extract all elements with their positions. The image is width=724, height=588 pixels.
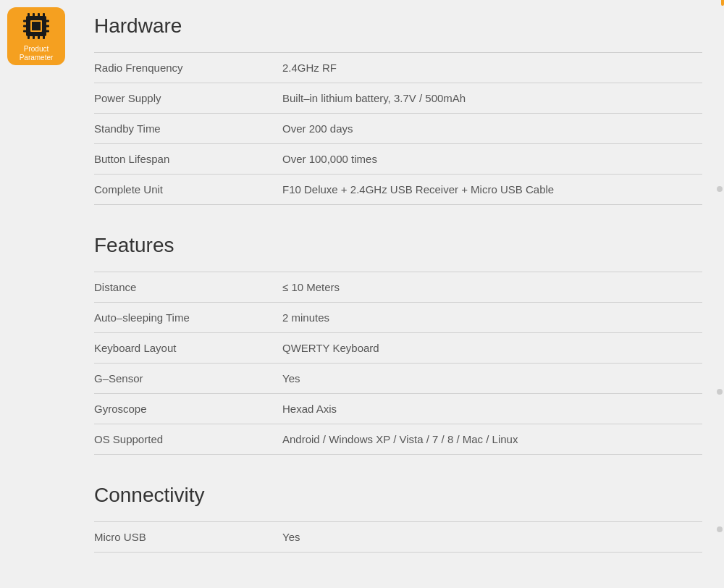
sidebar: Product Parameter [0,0,72,588]
spec-value: ≤ 10 Meters [282,272,702,303]
features-section: Features Distance ≤ 10 Meters Auto–sleep… [94,234,702,455]
spec-label: Gyroscope [94,394,282,424]
connectivity-table: Micro USB Yes [94,521,702,553]
spec-value: 2.4GHz RF [282,53,702,83]
scrollbar-dot-connectivity [717,526,723,532]
spec-label: Button Lifespan [94,144,282,175]
table-row: OS Supported Android / Windows XP / Vist… [94,424,702,455]
table-row: Standby Time Over 200 days [94,114,702,144]
table-row: Complete Unit F10 Deluxe + 2.4GHz USB Re… [94,175,702,205]
spec-value: Yes [282,522,702,553]
hardware-title: Hardware [94,14,702,38]
spec-value: Yes [282,364,702,394]
spec-label: Radio Frenquency [94,53,282,83]
table-row: Micro USB Yes [94,522,702,553]
table-row: Keyboard Layout QWERTY Keyboard [94,333,702,364]
chip-body [26,16,46,36]
table-row: Radio Frenquency 2.4GHz RF [94,53,702,83]
spec-label: G–Sensor [94,364,282,394]
product-parameter-icon: Product Parameter [7,7,65,65]
sidebar-icon-label: Product Parameter [20,45,54,62]
spec-label: Distance [94,272,282,303]
table-row: Gyroscope Hexad Axis [94,394,702,424]
connectivity-section: Connectivity Micro USB Yes [94,484,702,553]
spec-label: Complete Unit [94,175,282,205]
hardware-section: Hardware Radio Frenquency 2.4GHz RF Powe… [94,14,702,205]
table-row: Power Supply Built–in lithium battery, 3… [94,83,702,114]
features-title: Features [94,234,702,257]
table-row: Auto–sleeping Time 2 minutes [94,303,702,333]
scrollbar-dot-features [717,389,723,395]
chip-center [30,20,42,32]
orange-accent-bar [721,0,724,6]
spec-label: Auto–sleeping Time [94,303,282,333]
spec-value: Built–in lithium battery, 3.7V / 500mAh [282,83,702,114]
spec-value: F10 Deluxe + 2.4GHz USB Receiver + Micro… [282,175,702,205]
spec-value: Over 200 days [282,114,702,144]
scrollbar-dot-hardware [717,186,723,192]
spec-value: Over 100,000 times [282,144,702,175]
spec-label: Keyboard Layout [94,333,282,364]
spec-value: 2 minutes [282,303,702,333]
spec-label: Micro USB [94,522,282,553]
spec-value: Android / Windows XP / Vista / 7 / 8 / M… [282,424,702,455]
connectivity-title: Connectivity [94,484,702,507]
hardware-table: Radio Frenquency 2.4GHz RF Power Supply … [94,52,702,205]
spec-label: Power Supply [94,83,282,114]
spec-value: Hexad Axis [282,394,702,424]
table-row: Button Lifespan Over 100,000 times [94,144,702,175]
spec-label: OS Supported [94,424,282,455]
table-row: G–Sensor Yes [94,364,702,394]
table-row: Distance ≤ 10 Meters [94,272,702,303]
chip-graphic [20,10,52,42]
main-content: Hardware Radio Frenquency 2.4GHz RF Powe… [72,0,724,588]
features-table: Distance ≤ 10 Meters Auto–sleeping Time … [94,272,702,455]
spec-value: QWERTY Keyboard [282,333,702,364]
spec-label: Standby Time [94,114,282,144]
